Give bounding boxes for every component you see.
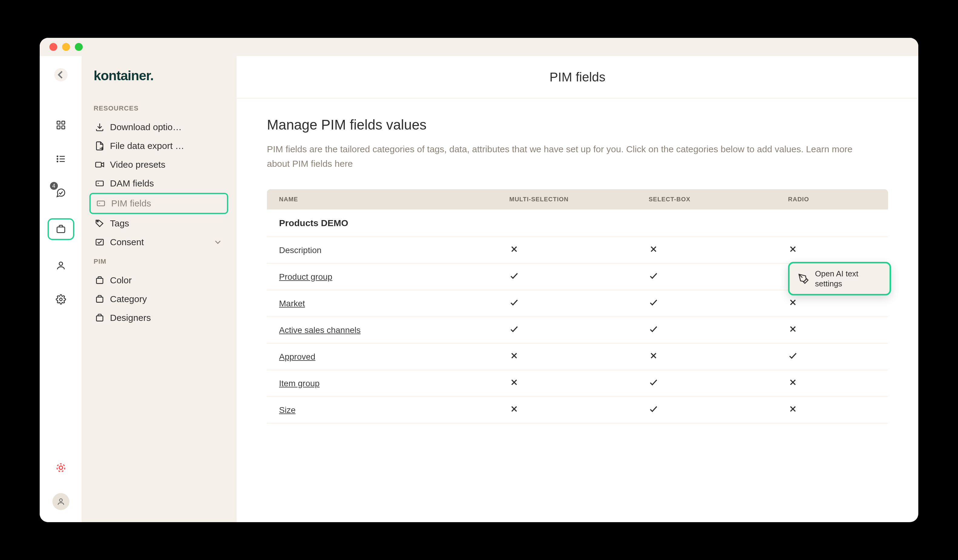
- cell-select: [649, 404, 788, 416]
- cell-select: [649, 324, 788, 336]
- sidebar-item-label: PIM fields: [111, 198, 151, 209]
- check-icon: [649, 404, 658, 414]
- content-heading: Manage PIM fields values: [267, 117, 888, 133]
- package-icon: [95, 313, 105, 323]
- app-logo: kontainer.: [89, 68, 228, 98]
- cell-select: [649, 351, 788, 363]
- cell-multi: [509, 324, 649, 336]
- window-close-button[interactable]: [49, 43, 57, 51]
- x-icon: [788, 324, 798, 334]
- row-name[interactable]: Product group: [279, 272, 509, 282]
- nav-profile[interactable]: [52, 257, 70, 274]
- sidebar-item-label: Color: [110, 275, 132, 285]
- check-icon: [788, 351, 798, 361]
- cell-multi: [509, 244, 649, 256]
- nav-dashboard[interactable]: [52, 117, 70, 133]
- row-name[interactable]: Size: [279, 405, 509, 415]
- column-header-select: SELECT-BOX: [649, 196, 788, 203]
- sidebar-item-label: Tags: [110, 218, 129, 229]
- sidebar-item-consent[interactable]: Consent: [89, 233, 228, 252]
- svg-point-23: [97, 221, 98, 222]
- nav-settings[interactable]: [52, 291, 70, 308]
- sidebar-item-designers[interactable]: Designers: [89, 308, 228, 327]
- row-name[interactable]: Item group: [279, 379, 509, 388]
- titlebar: [40, 38, 918, 56]
- sidebar-item-dam-fields[interactable]: DAM fields: [89, 174, 228, 193]
- table-row[interactable]: Item group•••: [267, 370, 888, 397]
- sidebar-item-video-presets[interactable]: Video presets: [89, 155, 228, 174]
- sidebar-item-color[interactable]: Color: [89, 271, 228, 289]
- cell-multi: [509, 351, 649, 363]
- window-minimize-button[interactable]: [62, 43, 70, 51]
- sidebar-section-pim: PIM: [89, 252, 228, 271]
- cell-radio: [788, 324, 918, 336]
- cell-select: [649, 378, 788, 389]
- window-maximize-button[interactable]: [75, 43, 83, 51]
- row-name[interactable]: Description: [279, 245, 509, 255]
- svg-rect-1: [62, 121, 65, 124]
- cell-multi: [509, 297, 649, 309]
- sidebar-item-category[interactable]: Category: [89, 289, 228, 308]
- svg-point-13: [57, 464, 65, 471]
- popover-text: Open AI textsettings: [815, 269, 858, 288]
- check-icon: [649, 324, 658, 334]
- svg-rect-3: [62, 126, 65, 129]
- table-row[interactable]: Description: [267, 237, 888, 264]
- cell-radio: [788, 378, 918, 389]
- sidebar-item-label: Category: [110, 294, 147, 304]
- user-avatar[interactable]: [52, 493, 70, 510]
- pen-ai-icon: [798, 273, 809, 284]
- sidebar-item-label: Video presets: [110, 160, 165, 170]
- sidebar-item-download-options[interactable]: Download optio…: [89, 118, 228, 136]
- x-icon: [649, 244, 658, 254]
- card-icon: [96, 199, 106, 208]
- cell-radio: [788, 351, 918, 363]
- table-row[interactable]: Size•••: [267, 397, 888, 424]
- tag-icon: [95, 218, 105, 228]
- cell-select: [649, 271, 788, 283]
- ai-text-settings-popover[interactable]: Open AI textsettings: [788, 262, 891, 296]
- check-icon: [649, 378, 658, 387]
- svg-rect-10: [57, 227, 65, 233]
- column-header-name: NAME: [279, 196, 509, 203]
- nav-toolbox[interactable]: [48, 218, 74, 240]
- check-icon: [509, 297, 519, 307]
- check-icon: [509, 324, 519, 334]
- nav-help[interactable]: [52, 459, 70, 476]
- x-icon: [649, 351, 658, 361]
- svg-rect-0: [57, 121, 60, 124]
- column-header-radio: RADIO: [788, 196, 918, 203]
- row-name[interactable]: Market: [279, 299, 509, 308]
- back-button[interactable]: [54, 68, 68, 81]
- svg-point-11: [59, 262, 62, 266]
- sidebar-section-resources: RESOURCES: [89, 98, 228, 118]
- learn-more-link[interactable]: here: [335, 159, 353, 169]
- svg-point-4: [57, 156, 58, 157]
- table-row[interactable]: Approved•••: [267, 343, 888, 370]
- nav-list[interactable]: [52, 150, 70, 168]
- sidebar-item-tags[interactable]: Tags: [89, 214, 228, 233]
- svg-rect-27: [96, 316, 103, 321]
- sidebar-item-file-data-export[interactable]: File data export …: [89, 136, 228, 155]
- row-name[interactable]: Approved: [279, 352, 509, 362]
- sidebar-item-pim-fields[interactable]: PIM fields: [89, 193, 228, 214]
- cell-select: [649, 297, 788, 309]
- svg-rect-17: [96, 162, 102, 167]
- table-row[interactable]: Active sales channels•••: [267, 317, 888, 343]
- x-icon: [788, 244, 798, 254]
- cell-radio: [788, 297, 918, 309]
- pim-fields-table: NAME MULTI-SELECTION SELECT-BOX RADIO Pr…: [267, 189, 888, 424]
- app-window: 4: [40, 38, 918, 522]
- consent-icon: [95, 237, 105, 247]
- svg-rect-25: [96, 278, 103, 283]
- row-name[interactable]: Active sales channels: [279, 326, 509, 335]
- check-icon: [649, 271, 658, 281]
- svg-rect-2: [57, 126, 60, 129]
- svg-point-14: [59, 466, 62, 469]
- nav-notifications[interactable]: 4: [52, 184, 70, 201]
- table-group-row: Products DEMO: [267, 209, 888, 237]
- main: PIM fields Manage PIM fields values PIM …: [236, 56, 918, 522]
- download-icon: [95, 122, 105, 132]
- cell-multi: [509, 378, 649, 389]
- x-icon: [788, 404, 798, 414]
